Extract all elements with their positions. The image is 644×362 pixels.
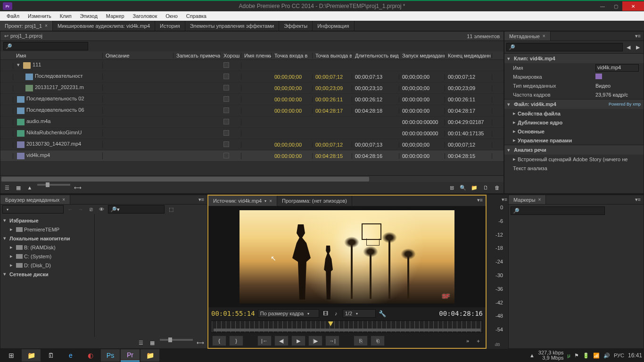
minimize-button[interactable]: — bbox=[596, 1, 609, 11]
menu-Файл[interactable]: Файл bbox=[3, 12, 23, 20]
good-checkbox[interactable] bbox=[223, 119, 229, 124]
task-premiere[interactable]: Pr bbox=[121, 349, 140, 362]
filter-icon[interactable]: ⎚ bbox=[87, 206, 95, 213]
thumb-view-icon[interactable]: ▦ bbox=[149, 339, 156, 346]
column-header[interactable]: Конец медиаданн bbox=[445, 53, 492, 58]
maximize-button[interactable]: ▢ bbox=[609, 1, 622, 11]
chevron-right-icon[interactable]: ▸ bbox=[513, 156, 518, 162]
zoom-fit-dropdown[interactable]: По размеру кадра bbox=[258, 309, 319, 318]
step-forward-button[interactable]: |▶ bbox=[308, 336, 322, 346]
tray-network-icon[interactable]: 📶 bbox=[593, 353, 600, 359]
mark-out-button[interactable]: } bbox=[229, 336, 243, 346]
project-row[interactable]: Последовательность 0200:00:00:0000:00:26… bbox=[0, 94, 504, 105]
chevron-down-icon[interactable]: ▾ bbox=[507, 56, 512, 62]
video-preview[interactable]: SF ↖ bbox=[208, 206, 486, 307]
add-button-icon[interactable]: ＋ bbox=[474, 337, 482, 345]
chevron-right-icon[interactable]: ▸ bbox=[513, 119, 518, 125]
good-checkbox[interactable] bbox=[223, 85, 229, 90]
forward-icon[interactable]: → bbox=[77, 206, 84, 213]
close-icon[interactable]: × bbox=[45, 23, 48, 28]
panel-menu-icon[interactable]: ▾≡ bbox=[632, 195, 644, 204]
project-row[interactable]: Последовательность 0600:00:00:0000:04:28… bbox=[0, 105, 504, 116]
new-bin-icon[interactable]: 📁 bbox=[471, 184, 478, 191]
project-row[interactable]: Последовательност00;00;00;0000;00;07;120… bbox=[0, 71, 504, 82]
project-row[interactable]: vid4k.mp400:00:00:0000:04:28:1500:04:28:… bbox=[0, 150, 504, 162]
tree-item[interactable]: ▸ D: (Disk_D) bbox=[1, 261, 93, 270]
project-hscrollbar[interactable] bbox=[0, 175, 504, 182]
menu-Окно[interactable]: Окно bbox=[162, 12, 182, 20]
project-row[interactable]: 20131217_202231.m00;00;00;0000;00;23;090… bbox=[0, 82, 504, 94]
close-button[interactable]: ✕ bbox=[622, 1, 644, 11]
settings-icon[interactable]: 🔧 bbox=[379, 310, 386, 317]
project-row[interactable]: ▾ 111 bbox=[0, 60, 504, 71]
task-app-3[interactable]: ◐ bbox=[81, 349, 100, 362]
project-row[interactable]: NikitaRubchenkoGimnU00:00:00:0000000:01:… bbox=[0, 128, 504, 139]
play-button[interactable]: ▶ bbox=[291, 336, 305, 346]
mark-in-button[interactable]: { bbox=[212, 336, 226, 346]
metadata-subsection[interactable]: ▸ Управление правами bbox=[504, 136, 644, 145]
tab-metadata[interactable]: Метаданные × bbox=[504, 32, 551, 41]
column-header[interactable]: Длительность вид bbox=[352, 53, 399, 58]
good-checkbox[interactable] bbox=[223, 141, 229, 147]
menu-Клип[interactable]: Клип bbox=[56, 12, 75, 20]
markers-search-input[interactable] bbox=[511, 206, 605, 215]
directory-icon[interactable]: ⬚ bbox=[167, 206, 175, 213]
new-item-icon[interactable]: 🗋 bbox=[482, 184, 489, 191]
metadata-value-input[interactable]: vid4k.mp4 bbox=[595, 64, 639, 72]
tab--[interactable]: Элементы управления эффектами bbox=[185, 21, 279, 31]
browser-search-input[interactable] bbox=[108, 205, 165, 214]
task-ie[interactable]: e bbox=[61, 349, 80, 362]
find-icon[interactable]: 🔍 bbox=[459, 184, 467, 191]
column-header[interactable]: Запуск медиаданн bbox=[399, 53, 445, 58]
column-header[interactable]: Описание bbox=[103, 53, 173, 58]
list-view-icon[interactable]: ☰ bbox=[137, 339, 145, 346]
overwrite-button[interactable]: ⎗ bbox=[371, 336, 385, 346]
menu-Эпизод[interactable]: Эпизод bbox=[76, 12, 101, 20]
step-back-button[interactable]: ◀| bbox=[274, 336, 289, 346]
clear-icon[interactable]: 🗑 bbox=[493, 184, 501, 191]
column-header[interactable]: Записать примеча bbox=[173, 53, 221, 58]
close-icon[interactable]: × bbox=[538, 197, 541, 202]
menu-Заголовок[interactable]: Заголовок bbox=[129, 12, 161, 20]
language-indicator[interactable]: РУС bbox=[614, 353, 624, 358]
tray-up-icon[interactable]: ▲ bbox=[529, 353, 535, 358]
tray-battery-icon[interactable]: 🔋 bbox=[583, 353, 589, 359]
zoom-slider[interactable] bbox=[160, 339, 193, 341]
metadata-subsection[interactable]: ▸ Дублинское ядро bbox=[504, 118, 644, 127]
insert-button[interactable]: ⎘ bbox=[354, 336, 368, 346]
tree-item[interactable]: ▾ Избранные bbox=[1, 216, 93, 225]
prev-result-icon[interactable]: ◀ bbox=[625, 43, 632, 51]
go-to-out-button[interactable]: →| bbox=[325, 336, 339, 346]
good-checkbox[interactable] bbox=[223, 107, 229, 113]
tab--[interactable]: Эффекты bbox=[279, 21, 313, 31]
sort-icon[interactable]: ⟷ bbox=[197, 339, 204, 346]
icon-view-icon[interactable]: ▦ bbox=[15, 184, 22, 191]
project-row[interactable]: 20130730_144207.mp400;00;00;0000;00;07;1… bbox=[0, 139, 504, 150]
go-to-in-button[interactable]: |← bbox=[257, 336, 272, 346]
list-view-icon[interactable]: ☰ bbox=[3, 184, 11, 191]
next-result-icon[interactable]: ▶ bbox=[634, 43, 642, 51]
good-checkbox[interactable] bbox=[223, 153, 229, 158]
good-checkbox[interactable] bbox=[223, 96, 229, 102]
task-explorer[interactable]: 📁 bbox=[140, 349, 159, 362]
zoom-slider[interactable] bbox=[37, 184, 70, 186]
project-row[interactable]: audio.m4a00:00:00:0000000:04:29:02187 bbox=[0, 116, 504, 128]
panel-menu-icon[interactable]: ▾≡ bbox=[632, 32, 644, 41]
menu-Изменить[interactable]: Изменить bbox=[24, 12, 55, 20]
tree-item[interactable]: ▾ Сетевые диски bbox=[1, 270, 93, 279]
freeform-view-icon[interactable]: ▲ bbox=[26, 184, 33, 191]
tray-volume-icon[interactable]: 🔊 bbox=[603, 353, 610, 359]
menu-Маркер[interactable]: Маркер bbox=[102, 12, 128, 20]
column-header[interactable]: Точка выхода в bbox=[313, 53, 352, 58]
task-app-1[interactable]: 📁 bbox=[22, 349, 41, 362]
tab-source[interactable]: Источник: vid4k.mp4▾ × bbox=[208, 196, 277, 206]
column-header[interactable]: Имя пленки bbox=[241, 53, 272, 58]
filetype-dropdown[interactable] bbox=[2, 205, 64, 214]
column-header[interactable]: Хорош bbox=[221, 53, 241, 58]
tab-media-browser[interactable]: Браузер медиаданных × bbox=[0, 195, 70, 204]
ingest-icon[interactable]: 👁 bbox=[98, 206, 105, 213]
tab-markers[interactable]: Маркеры × bbox=[509, 195, 546, 204]
chevron-down-icon[interactable]: ▾ bbox=[507, 147, 512, 153]
panel-menu-icon[interactable]: ▾≡ bbox=[196, 195, 207, 204]
clock[interactable]: 16:41 bbox=[628, 352, 642, 359]
